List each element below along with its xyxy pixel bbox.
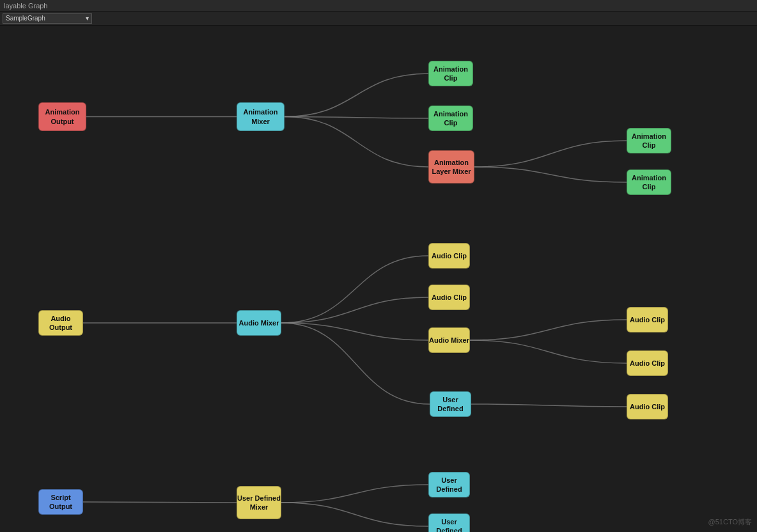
node-audio-clip-5[interactable]: Audio Clip <box>627 394 668 419</box>
graph-dropdown[interactable]: SampleGraph ▾ <box>3 13 92 24</box>
node-anim-layer-mixer[interactable]: Animation Layer Mixer <box>428 150 474 184</box>
node-audio-mixer[interactable]: Audio Mixer <box>237 310 281 336</box>
title-bar-text: layable Graph <box>4 2 48 10</box>
node-anim-clip-2[interactable]: Animation Clip <box>428 106 473 131</box>
node-audio-clip-1[interactable]: Audio Clip <box>428 243 470 269</box>
node-audio-clip-4[interactable]: Audio Clip <box>627 350 668 376</box>
dropdown-value: SampleGraph <box>6 15 45 22</box>
node-anim-clip-3[interactable]: Animation Clip <box>627 128 671 153</box>
title-bar: layable Graph <box>0 0 757 12</box>
node-user-defined-1[interactable]: User Defined <box>430 391 471 417</box>
graph-area: Animation OutputAnimation MixerAnimation… <box>0 26 757 532</box>
node-audio-mixer-2[interactable]: Audio Mixer <box>428 327 470 353</box>
node-anim-clip-4[interactable]: Animation Clip <box>627 169 671 195</box>
node-user-def-node-2[interactable]: User Defined <box>428 513 470 532</box>
node-anim-mixer[interactable]: Animation Mixer <box>237 102 285 131</box>
dropdown-arrow-icon: ▾ <box>86 15 89 22</box>
node-audio-output[interactable]: Audio Output <box>38 310 83 336</box>
node-user-def-node-1[interactable]: User Defined <box>428 472 470 497</box>
node-script-output[interactable]: Script Output <box>38 489 83 515</box>
watermark: @51CTO博客 <box>708 517 752 527</box>
node-anim-output[interactable]: Animation Output <box>38 102 86 131</box>
toolbar: SampleGraph ▾ <box>0 12 757 26</box>
node-anim-clip-1[interactable]: Animation Clip <box>428 61 473 86</box>
node-audio-clip-2[interactable]: Audio Clip <box>428 285 470 310</box>
node-user-def-mixer[interactable]: User Defined Mixer <box>237 486 281 519</box>
connections-svg <box>0 26 757 532</box>
node-audio-clip-3[interactable]: Audio Clip <box>627 307 668 332</box>
